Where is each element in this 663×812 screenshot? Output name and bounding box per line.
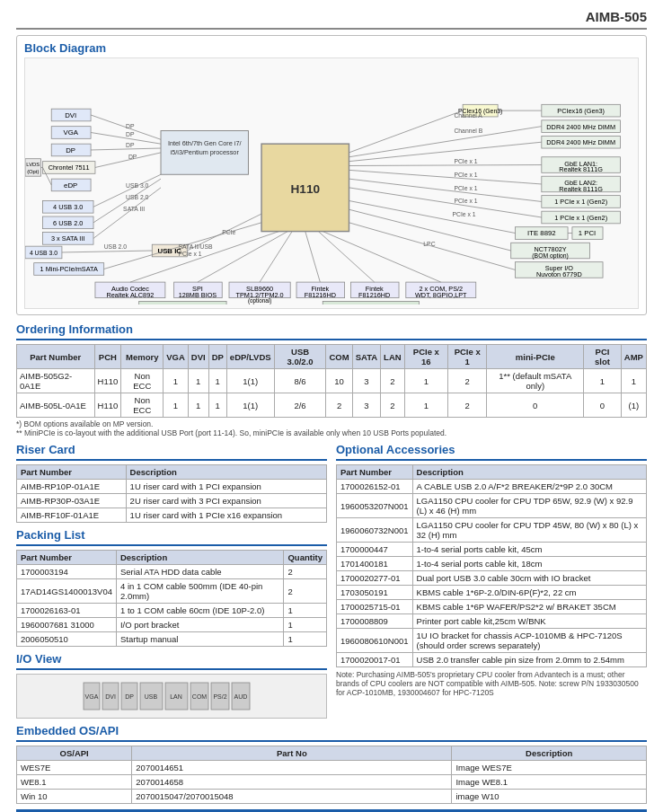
ordering-table: Part NumberPCHMemoryVGADVIDPeDP/LVDSUSB … bbox=[16, 344, 647, 418]
svg-line-121 bbox=[260, 232, 292, 283]
svg-line-44 bbox=[62, 251, 152, 252]
svg-text:4 USB 3.0: 4 USB 3.0 bbox=[30, 250, 57, 256]
svg-text:ITE 8892: ITE 8892 bbox=[527, 229, 556, 237]
svg-text:PCIe x 1: PCIe x 1 bbox=[454, 172, 477, 178]
svg-text:USB 3.0: USB 3.0 bbox=[126, 182, 149, 189]
table-row: WES7E2070014651Image WES7E bbox=[17, 761, 647, 775]
io-view-section: I/O View VGA DVI DP USB LAN bbox=[16, 652, 327, 719]
block-diagram-section: Block Diagram H110 Intel 6th/7th Gen Cor… bbox=[16, 35, 647, 315]
svg-text:(optional): (optional) bbox=[248, 297, 271, 304]
svg-line-124 bbox=[323, 232, 441, 283]
riser-title: Riser Card bbox=[16, 443, 327, 456]
svg-text:COM: COM bbox=[192, 693, 208, 700]
svg-text:DDR4 2400 MHz DIMM: DDR4 2400 MHz DIMM bbox=[546, 138, 615, 146]
svg-text:USB 2.0: USB 2.0 bbox=[104, 243, 128, 250]
riser-section: Riser Card Part NumberDescription AIMB-R… bbox=[16, 443, 327, 523]
svg-line-58 bbox=[349, 110, 463, 153]
svg-text:LPC: LPC bbox=[423, 241, 435, 247]
io-view-title: I/O View bbox=[16, 652, 327, 666]
model-title: AIMB-505 bbox=[586, 9, 647, 24]
table-row: 1960080610N0011U IO bracket for chassis … bbox=[337, 629, 647, 653]
svg-text:PCIex16 (Gen3): PCIex16 (Gen3) bbox=[557, 107, 605, 115]
svg-text:H110: H110 bbox=[290, 182, 320, 196]
table-row: 1703050191KBMS cable 1*6P-2.0/DIN-6P(F)*… bbox=[337, 586, 647, 600]
svg-text:VGA: VGA bbox=[63, 128, 78, 137]
table-row: 17014001811-to-4 serial ports cable kit,… bbox=[337, 557, 647, 571]
embedded-table: OS/APIPart NoDescription WES7E2070014651… bbox=[16, 746, 647, 804]
svg-text:LVDS: LVDS bbox=[26, 162, 40, 167]
svg-text:PCIe x 1: PCIe x 1 bbox=[179, 251, 202, 257]
svg-text:SATA III: SATA III bbox=[123, 206, 145, 212]
left-column: Riser Card Part NumberDescription AIMB-R… bbox=[16, 443, 327, 719]
table-row: WE8.12070014658Image WE8.1 bbox=[17, 775, 647, 790]
svg-text:DP: DP bbox=[125, 693, 134, 700]
packing-section: Packing List Part NumberDescriptionQuant… bbox=[16, 528, 327, 647]
svg-text:AUD: AUD bbox=[234, 693, 248, 700]
svg-text:4 x COM, 3-6 RS-232,: 4 x COM, 3-6 RS-232, bbox=[153, 304, 213, 304]
svg-line-123 bbox=[318, 232, 374, 283]
optional-note: Note: Purchasing AIMB-505's proprietary … bbox=[336, 670, 647, 697]
table-row: Win 102070015047/2070015048image W10 bbox=[17, 790, 647, 804]
svg-text:1 PCIe x 1 (Gen2): 1 PCIe x 1 (Gen2) bbox=[554, 214, 607, 222]
table-row: 1700026152-01A CABLE USB 2.0 A/F*2 BREAK… bbox=[337, 480, 647, 494]
svg-text:DP: DP bbox=[126, 142, 135, 148]
table-row: 17000004471-to-4 serial ports cable kit,… bbox=[337, 543, 647, 557]
io-view-image: VGA DVI DP USB LAN COM PS/2 bbox=[16, 674, 327, 719]
table-row: 1960007681 31000I/O port bracket1 bbox=[17, 618, 327, 632]
table-row: 1960060732N001LGA1150 CPU cooler for CPU… bbox=[337, 518, 647, 543]
ordering-section: Ordering Information Part NumberPCHMemor… bbox=[16, 322, 647, 437]
svg-text:Channel B: Channel B bbox=[454, 128, 482, 134]
table-row: 1700020017-01USB 2.0 transfer cable pin … bbox=[337, 653, 647, 667]
svg-text:F81216HD: F81216HD bbox=[358, 291, 390, 299]
table-row: 1700020277-01Dual port USB 3.0 cable 30c… bbox=[337, 571, 647, 586]
packing-table: Part NumberDescriptionQuantity 170000319… bbox=[16, 550, 327, 647]
packing-title: Packing List bbox=[16, 528, 327, 542]
svg-line-65 bbox=[349, 142, 541, 161]
table-row: AIMB-505L-0A1EH110Non ECC1111(1)2/623212… bbox=[17, 393, 647, 418]
svg-text:eDP: eDP bbox=[64, 181, 77, 190]
svg-text:DVI: DVI bbox=[65, 111, 76, 119]
table-row: 17AD14GS1400013V044 in 1 COM cable 500mm… bbox=[17, 579, 327, 604]
svg-text:DDR4 2400 MHz DIMM: DDR4 2400 MHz DIMM bbox=[546, 123, 615, 131]
svg-line-30 bbox=[93, 174, 161, 207]
svg-text:VGA: VGA bbox=[85, 693, 99, 700]
svg-text:WDT, 8GPIO,LPT: WDT, 8GPIO,LPT bbox=[415, 291, 467, 299]
svg-line-15 bbox=[91, 148, 161, 150]
svg-text:LAN: LAN bbox=[170, 693, 182, 700]
table-row: 2006050510Startup manual1 bbox=[17, 632, 327, 647]
table-row: 1700003194Serial ATA HDD data cable2 bbox=[17, 565, 327, 579]
svg-text:1 PCIe x 1 (Gen2): 1 PCIe x 1 (Gen2) bbox=[554, 198, 607, 206]
svg-text:F81216HD: F81216HD bbox=[305, 291, 336, 299]
svg-line-122 bbox=[305, 232, 321, 283]
svg-text:(Opt): (Opt) bbox=[27, 169, 39, 174]
svg-text:(BOM option): (BOM option) bbox=[532, 252, 569, 260]
svg-text:128MB BIOS: 128MB BIOS bbox=[179, 291, 217, 299]
svg-text:DP: DP bbox=[126, 123, 135, 129]
svg-line-87 bbox=[349, 200, 515, 233]
svg-text:Realtek 8111G: Realtek 8111G bbox=[559, 185, 603, 193]
svg-text:Nuvoton 6779D: Nuvoton 6779D bbox=[536, 270, 582, 278]
svg-text:USB: USB bbox=[145, 693, 158, 700]
svg-text:1 Mini-PCIe/mSATA: 1 Mini-PCIe/mSATA bbox=[40, 265, 98, 273]
table-row: AIMB-505G2-0A1EH110Non ECC1111(1)8/61032… bbox=[17, 369, 647, 393]
block-diagram-image: H110 Intel 6th/7th Gen Core i7/ i5/i3/Pe… bbox=[24, 57, 639, 309]
embedded-section: Embedded OS/API OS/APIPart NoDescription… bbox=[16, 724, 647, 804]
svg-text:PCIe x 1: PCIe x 1 bbox=[454, 185, 477, 191]
svg-line-83 bbox=[349, 188, 541, 217]
svg-text:Intel 6th/7th Gen Core i7/: Intel 6th/7th Gen Core i7/ bbox=[168, 139, 243, 147]
page-header: AIMB-505 bbox=[16, 9, 647, 30]
table-row: 1700026163-011 to 1 COM cable 60cm (IDE … bbox=[17, 604, 327, 618]
right-column: Optional Accessories Part NumberDescript… bbox=[336, 443, 647, 719]
svg-text:Realtek ALC892: Realtek ALC892 bbox=[107, 291, 155, 299]
table-row: 1700025715-01KBMS cable 1*6P WAFER/PS2*2… bbox=[337, 600, 647, 614]
table-row: 1960053207N001LGA1150 CPU cooler for CPU… bbox=[337, 494, 647, 518]
block-diagram-title: Block Diagram bbox=[24, 41, 639, 55]
svg-text:6 USB 2.0: 6 USB 2.0 bbox=[53, 219, 83, 227]
svg-text:i5/i3/Pentium processor: i5/i3/Pentium processor bbox=[171, 148, 240, 156]
svg-text:1 PCI: 1 PCI bbox=[579, 229, 596, 237]
optional-title: Optional Accessories bbox=[336, 443, 647, 456]
svg-text:4 x COM, 7-10 RS-232,: 4 x COM, 7-10 RS-232, bbox=[339, 304, 402, 304]
table-row: AIMB-RF10F-01A1E1U riser card with 1 PCI… bbox=[17, 508, 327, 523]
riser-table: Part NumberDescription AIMB-RP10P-01A1E1… bbox=[16, 464, 327, 523]
svg-text:PCIe x 1: PCIe x 1 bbox=[454, 158, 477, 164]
